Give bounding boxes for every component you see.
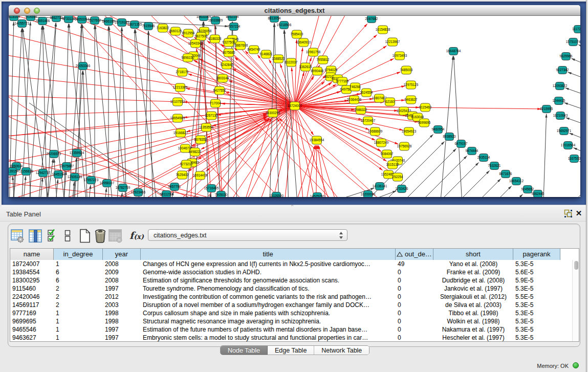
graph-node[interactable]: 7625402 <box>176 171 189 179</box>
row-select-button[interactable] <box>47 228 59 244</box>
cell-name[interactable]: 9777169 <box>10 309 54 317</box>
graph-node[interactable]: 8938923 <box>443 133 456 141</box>
cell-in_degree[interactable]: 1 <box>54 309 103 317</box>
graph-node[interactable]: 6479197 <box>455 140 468 148</box>
table-row[interactable]: 1938455462009Genome-wide association stu… <box>10 268 560 276</box>
window-titlebar[interactable]: citations_edges.txt <box>9 5 580 16</box>
cell-title[interactable]: Estimation of significance thresholds fo… <box>141 276 396 285</box>
cell-out_de[interactable]: 0 <box>396 309 433 317</box>
cell-pagerank[interactable]: 5.5E-5 <box>513 293 560 301</box>
graph-node[interactable]: 9699695 <box>418 119 431 127</box>
graph-node[interactable]: 62160 <box>385 98 395 106</box>
cell-pagerank[interactable]: 5.9E-5 <box>513 276 560 285</box>
graph-edge[interactable] <box>572 58 581 72</box>
graph-node[interactable]: 1588520 <box>272 55 285 63</box>
cell-name[interactable]: 9463627 <box>10 334 54 342</box>
graph-node[interactable]: 12213967 <box>385 38 400 46</box>
graph-node[interactable]: 15751074 <box>566 38 580 46</box>
graph-node[interactable]: 15692971 <box>557 127 572 135</box>
column-header-year[interactable]: year <box>103 249 141 260</box>
cell-out_de[interactable]: 0 <box>396 293 433 301</box>
scrollbar-thumb[interactable] <box>574 261 578 270</box>
table-settings-button[interactable] <box>11 228 24 244</box>
cell-short[interactable]: Franke et al. (2009) <box>433 268 513 276</box>
table-row[interactable]: 1830029562008Estimation of significance … <box>10 276 560 285</box>
graph-node[interactable]: 8733115 <box>62 16 75 23</box>
cell-year[interactable]: 2009 <box>103 268 141 276</box>
graph-edge[interactable] <box>561 185 580 197</box>
cell-year[interactable]: 2003 <box>103 301 141 309</box>
graph-node[interactable]: 8322037 <box>285 58 298 67</box>
graph-node[interactable]: 3675685 <box>223 49 235 57</box>
graph-edge[interactable] <box>579 45 581 57</box>
graph-node[interactable]: 10975887 <box>59 163 74 170</box>
delete-table-button[interactable] <box>108 228 123 244</box>
close-panel-icon[interactable]: ✕ <box>575 209 583 217</box>
graph-edge[interactable] <box>70 182 74 198</box>
column-header-out_de[interactable]: out_de… <box>396 249 433 260</box>
graph-node[interactable]: 17016504 <box>561 142 576 149</box>
graph-node[interactable]: 19756928 <box>397 142 412 150</box>
cell-in_degree[interactable]: 2 <box>54 285 103 293</box>
cell-title[interactable]: Genome-wide association studies in ADHD. <box>141 268 396 276</box>
cell-name[interactable]: 22420046 <box>10 293 54 301</box>
cell-title[interactable]: Disruption of a novel member of a sodium… <box>141 301 396 309</box>
graph-node[interactable]: 9896150 <box>182 54 194 62</box>
graph-node[interactable]: 17957223 <box>84 177 99 184</box>
graph-node[interactable]: 8052104 <box>226 16 239 21</box>
cell-out_de[interactable]: 0 <box>396 334 433 342</box>
cell-title[interactable]: Changes of HCN gene expression and I(f) … <box>141 260 396 268</box>
cell-year[interactable]: 1997 <box>103 334 141 342</box>
graph-node[interactable]: 12505135 <box>68 173 82 181</box>
cell-short[interactable]: Hescheler et al. (1997) <box>433 334 513 342</box>
cell-short[interactable]: Dudbridge et al. (2008) <box>433 276 513 285</box>
graph-node[interactable]: 9227342 <box>556 67 569 74</box>
cell-out_de[interactable]: 49 <box>396 260 433 268</box>
table-row[interactable]: 946554611997Estimation of the future num… <box>10 325 560 334</box>
cell-title[interactable]: Embryonic stem cells: a model to study s… <box>141 334 396 342</box>
cell-pagerank[interactable]: 5.3E-5 <box>513 309 560 317</box>
table-source-select[interactable]: citations_edges.txt <box>148 229 347 241</box>
tab-node-table[interactable]: Node Table <box>221 346 268 355</box>
table-row[interactable]: 969969511998Structural magnetic resonanc… <box>10 317 560 325</box>
tab-network-table[interactable]: Network Table <box>314 346 369 355</box>
graph-node[interactable]: 19166827 <box>173 129 188 137</box>
graph-node[interactable]: 2718176 <box>176 68 189 76</box>
cell-in_degree[interactable]: 6 <box>54 276 103 285</box>
graph-node[interactable]: 3498222 <box>189 148 202 156</box>
cell-in_degree[interactable]: 1 <box>54 325 103 334</box>
graph-node[interactable]: 7357224 <box>228 23 241 31</box>
cell-in_degree[interactable]: 1 <box>54 260 103 268</box>
graph-edge[interactable] <box>454 56 464 198</box>
graph-node[interactable]: 7585419 <box>291 30 303 38</box>
graph-node[interactable]: 7163822 <box>157 24 169 32</box>
create-column-button[interactable] <box>64 228 71 244</box>
table-row[interactable]: 2242004622012Investigating the contribut… <box>10 293 560 301</box>
cell-in_degree[interactable]: 2 <box>54 293 103 301</box>
graph-node[interactable]: 8912954 <box>182 29 195 37</box>
cell-short[interactable]: de Silva et al. (2003) <box>433 301 513 309</box>
cell-out_de[interactable]: 0 <box>396 285 433 293</box>
graph-node[interactable]: 7632621 <box>488 162 501 170</box>
graph-node[interactable]: 20053346 <box>76 62 91 70</box>
graph-node[interactable]: 1167533 <box>568 155 580 163</box>
cell-in_degree[interactable]: 1 <box>54 334 103 342</box>
cell-out_de[interactable]: 0 <box>396 325 433 334</box>
graph-node[interactable]: 16210643 <box>553 112 568 120</box>
graph-node[interactable]: 7515546 <box>142 23 155 30</box>
graph-node[interactable]: 10107552 <box>170 98 185 106</box>
graph-edge[interactable] <box>580 162 581 174</box>
cell-pagerank[interactable]: 5.3E-5 <box>513 325 560 334</box>
vertical-scrollbar[interactable] <box>572 260 579 342</box>
graph-node[interactable]: 19384554 <box>310 136 324 144</box>
graph-node[interactable]: 14525290 <box>310 193 325 198</box>
graph-edge[interactable] <box>9 114 267 139</box>
graph-node[interactable]: 2935114 <box>477 154 490 162</box>
cell-in_degree[interactable]: 6 <box>54 268 103 276</box>
graph-edge[interactable] <box>542 114 547 198</box>
graph-node[interactable]: 9362445 <box>532 190 545 198</box>
cell-out_de[interactable]: 0 <box>396 317 433 325</box>
cell-pagerank[interactable]: 5.6E-5 <box>513 268 560 276</box>
memory-status-icon[interactable] <box>573 362 579 368</box>
cell-pagerank[interactable]: 5.3E-5 <box>513 317 560 325</box>
